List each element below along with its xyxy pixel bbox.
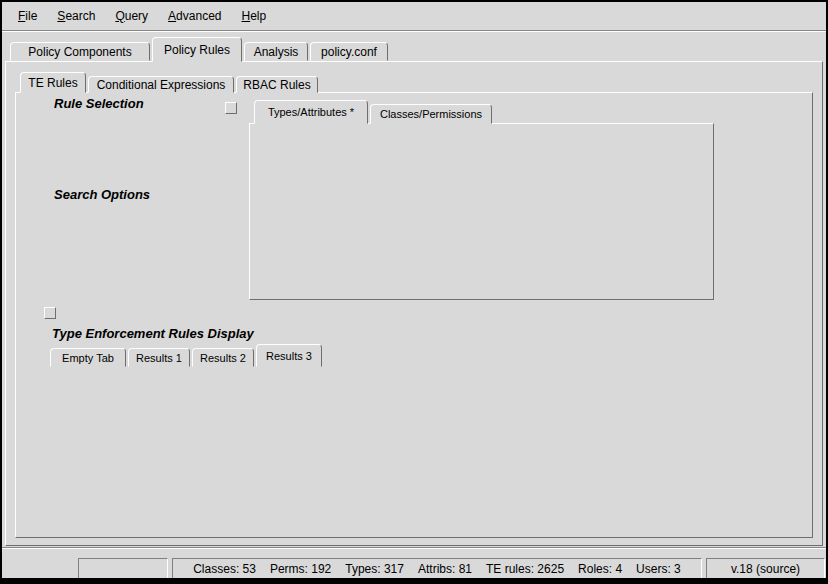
search-options-title: Search Options [50,187,154,202]
stat-perms: Perms: 192 [270,562,331,576]
tab-label: TE Rules [28,76,77,90]
tab-classes-permissions[interactable]: Classes/Permissions [370,104,492,124]
menu-file[interactable]: File [8,5,47,27]
menu-separator [2,30,826,32]
horizontal-sash-handle[interactable] [44,307,56,319]
rule-selection-title: Rule Selection [50,96,148,111]
tab-label: Classes/Permissions [380,108,482,120]
tab-results-1[interactable]: Results 1 [128,348,190,367]
tab-policy-components[interactable]: Policy Components [10,42,150,61]
tab-label: Results 2 [200,352,246,364]
stat-users: Users: 3 [636,562,681,576]
tab-conditional-expressions[interactable]: Conditional Expressions [88,76,234,93]
version-label: v.18 (source) [731,562,800,576]
tab-types-attributes[interactable]: Types/Attributes * [254,100,368,124]
tab-rbac-rules[interactable]: RBAC Rules [236,76,318,93]
tab-label: Conditional Expressions [97,78,226,92]
tab-label: policy.conf [321,45,377,59]
menu-search[interactable]: Search [47,5,105,27]
tab-label: Types/Attributes * [268,106,354,118]
stat-classes: Classes: 53 [193,562,256,576]
status-empty-box [78,558,168,579]
tab-te-rules[interactable]: TE Rules [20,72,86,93]
tab-label: Results 3 [266,350,312,362]
stat-roles: Roles: 4 [578,562,622,576]
tab-results-3[interactable]: Results 3 [256,344,322,367]
tab-policy-rules[interactable]: Policy Rules [152,37,242,62]
menu-advanced[interactable]: Advanced [158,5,231,27]
tab-analysis[interactable]: Analysis [244,42,308,61]
statusbar-separator [2,547,826,549]
stat-attribs: Attribs: 81 [418,562,472,576]
status-stats: Classes: 53 Perms: 192 Types: 317 Attrib… [172,558,702,579]
stat-te-rules: TE rules: 2625 [486,562,564,576]
tab-label: Analysis [254,45,299,59]
app-window: File Search Query Advanced Help Policy C… [0,0,828,584]
te-rules-display-title: Type Enforcement Rules Display [48,326,258,341]
menu-bar: File Search Query Advanced Help [2,2,826,30]
tab-label: Empty Tab [62,352,114,364]
tab-empty-tab[interactable]: Empty Tab [50,348,126,367]
tab-label: Policy Rules [164,43,230,57]
types-attributes-page [249,123,714,300]
tab-policy-conf[interactable]: policy.conf [310,42,388,61]
stat-types: Types: 317 [345,562,404,576]
menu-query[interactable]: Query [105,5,158,27]
status-version: v.18 (source) [706,558,825,579]
menu-help[interactable]: Help [231,5,276,27]
tab-results-2[interactable]: Results 2 [192,348,254,367]
tab-label: RBAC Rules [243,78,310,92]
tab-label: Policy Components [28,45,131,59]
vertical-sash-handle[interactable] [225,102,237,114]
tab-label: Results 1 [136,352,182,364]
